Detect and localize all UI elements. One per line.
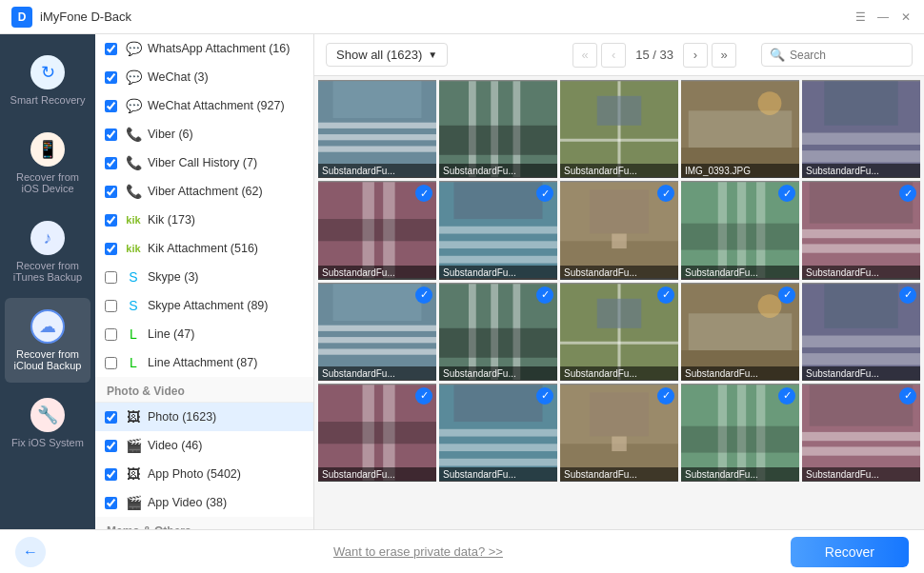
last-page-button[interactable]: » — [712, 43, 736, 68]
photo-thumb-20[interactable]: SubstandardFu...✓ — [802, 384, 920, 482]
photo-thumb-3[interactable]: SubstandardFu... — [560, 80, 678, 178]
file-list-panel: 💬 WhatsApp Attachment (16) 💬 WeChat (3) … — [95, 34, 314, 529]
checkbox-skype-attachment[interactable] — [105, 300, 117, 312]
search-input[interactable] — [790, 49, 904, 62]
first-page-button[interactable]: « — [572, 43, 597, 68]
skype-attach-icon: S — [125, 297, 142, 314]
sidebar-item-recover-itunes[interactable]: ♪ Recover from iTunes Backup — [5, 209, 90, 294]
fix-ios-icon: 🔧 — [30, 398, 65, 432]
check-badge-11: ✓ — [415, 286, 432, 304]
sidebar-item-label-ios: Recover from iOS Device — [10, 171, 86, 194]
svg-rect-86 — [802, 446, 920, 455]
list-item-photo[interactable]: 🖼 Photo (1623) — [95, 403, 313, 431]
photo-thumb-7[interactable]: SubstandardFu...✓ — [439, 181, 557, 279]
photo-thumb-1[interactable]: SubstandardFu... — [318, 80, 436, 178]
recover-button[interactable]: Recover — [791, 537, 909, 567]
line-attach-icon: L — [125, 354, 142, 371]
list-item-line[interactable]: L Line (47) — [95, 320, 313, 348]
photo-thumb-16[interactable]: SubstandardFu...✓ — [318, 384, 436, 482]
svg-rect-30 — [454, 183, 543, 220]
list-item-wechat-attachment[interactable]: 💬 WeChat Attachment (927) — [95, 91, 313, 120]
photo-thumb-12[interactable]: SubstandardFu...✓ — [439, 283, 557, 381]
list-item-skype[interactable]: S Skype (3) — [95, 263, 313, 291]
svg-rect-83 — [681, 426, 799, 453]
checkbox-line[interactable] — [105, 328, 117, 341]
section-header-memo-others: Memo & Others — [95, 517, 313, 529]
photo-thumb-2[interactable]: SubstandardFu... — [439, 80, 557, 178]
svg-rect-43 — [810, 183, 914, 224]
checkbox-video[interactable] — [105, 440, 117, 452]
list-item-viber-call[interactable]: 📞 Viber Call History (7) — [95, 148, 313, 177]
svg-point-17 — [758, 91, 782, 115]
photo-thumb-6[interactable]: SubstandardFu...✓ — [318, 181, 436, 279]
recover-itunes-icon: ♪ — [30, 221, 65, 255]
sidebar-item-recover-ios[interactable]: 📱 Recover from iOS Device — [5, 121, 90, 206]
photo-thumb-18[interactable]: SubstandardFu...✓ — [560, 384, 678, 482]
photo-thumb-17[interactable]: SubstandardFu...✓ — [439, 384, 557, 482]
line-icon: L — [125, 326, 142, 343]
show-all-label: Show all (1623) — [336, 48, 422, 62]
photo-thumb-13[interactable]: SubstandardFu...✓ — [560, 283, 678, 381]
photo-thumb-5[interactable]: SubstandardFu... — [802, 80, 920, 178]
show-all-dropdown[interactable]: Show all (1623) ▼ — [326, 43, 448, 67]
checkbox-viber-call[interactable] — [105, 157, 117, 169]
checkbox-line-attachment[interactable] — [105, 357, 117, 369]
pagination-controls: « ‹ 15 / 33 › » — [572, 43, 736, 68]
sidebar-item-label-icloud: Recover from iCloud Backup — [10, 348, 86, 371]
list-item-viber-attachment[interactable]: 📞 Viber Attachment (62) — [95, 177, 313, 206]
next-page-button[interactable]: › — [683, 43, 708, 68]
menu-button[interactable]: ☰ — [854, 10, 867, 24]
bottom-bar: ← Want to erase private data? >> Recover — [0, 529, 924, 573]
sidebar-item-fix-ios[interactable]: 🔧 Fix iOS System — [5, 386, 90, 460]
checkbox-wechat[interactable] — [105, 71, 117, 84]
photo-thumb-4[interactable]: IMG_0393.JPG — [681, 80, 799, 178]
sidebar-item-recover-icloud[interactable]: ☁ Recover from iCloud Backup — [5, 298, 90, 383]
sidebar-item-smart-recovery[interactable]: ↻ Smart Recovery — [5, 44, 90, 117]
svg-rect-87 — [810, 385, 914, 425]
photo-thumb-14[interactable]: SubstandardFu...✓ — [681, 283, 799, 381]
svg-rect-28 — [439, 242, 557, 249]
back-button[interactable]: ← — [15, 537, 46, 567]
checkbox-viber-attachment[interactable] — [105, 186, 117, 198]
search-icon: 🔍 — [770, 48, 785, 62]
photo-thumb-15[interactable]: SubstandardFu...✓ — [802, 283, 920, 381]
photo-thumb-8[interactable]: SubstandardFu...✓ — [560, 181, 678, 279]
checkbox-photo[interactable] — [105, 411, 117, 424]
photo-label-20: SubstandardFu... — [802, 467, 920, 482]
prev-page-button[interactable]: ‹ — [601, 43, 626, 68]
list-item-whatsapp-attachment[interactable]: 💬 WhatsApp Attachment (16) — [95, 34, 313, 63]
skype-icon: S — [125, 268, 142, 286]
recover-icloud-icon: ☁ — [30, 309, 65, 344]
list-item-kik-attachment[interactable]: kik Kik Attachment (516) — [95, 234, 313, 263]
checkbox-kik-attachment[interactable] — [105, 243, 117, 255]
checkbox-app-video[interactable] — [105, 497, 117, 509]
chevron-down-icon: ▼ — [428, 49, 437, 60]
list-item-video[interactable]: 🎬 Video (46) — [95, 431, 313, 460]
photo-thumb-9[interactable]: SubstandardFu...✓ — [681, 181, 799, 279]
checkbox-wechat-attachment[interactable] — [105, 100, 117, 112]
photo-thumb-10[interactable]: SubstandardFu...✓ — [802, 181, 920, 279]
svg-rect-47 — [318, 348, 436, 354]
minimize-button[interactable]: — — [876, 10, 890, 24]
list-item-line-attachment[interactable]: L Line Attachment (87) — [95, 348, 313, 377]
checkbox-app-photo[interactable] — [105, 468, 117, 481]
list-item-skype-attachment[interactable]: S Skype Attachment (89) — [95, 291, 313, 320]
erase-private-link[interactable]: Want to erase private data? >> — [46, 544, 791, 559]
close-button[interactable]: ✕ — [899, 10, 913, 24]
window-controls: ☰ — ✕ — [854, 10, 913, 24]
check-badge-18: ✓ — [657, 387, 674, 405]
search-box: 🔍 — [761, 43, 913, 67]
checkbox-skype[interactable] — [105, 271, 117, 284]
checkbox-viber[interactable] — [105, 128, 117, 141]
checkbox-kik[interactable] — [105, 214, 117, 227]
photo-thumb-11[interactable]: SubstandardFu...✓ — [318, 283, 436, 381]
photo-thumb-19[interactable]: SubstandardFu...✓ — [681, 384, 799, 482]
list-item-wechat[interactable]: 💬 WeChat (3) — [95, 63, 313, 91]
svg-rect-39 — [681, 224, 799, 250]
list-item-kik[interactable]: kik Kik (173) — [95, 206, 313, 234]
list-item-app-photo[interactable]: 🖼 App Photo (5402) — [95, 460, 313, 488]
list-item-viber[interactable]: 📞 Viber (6) — [95, 120, 313, 148]
list-item-app-video[interactable]: 🎬 App Video (38) — [95, 488, 313, 517]
checkbox-whatsapp-attachment[interactable] — [105, 43, 117, 55]
photo-label-12: SubstandardFu... — [439, 366, 557, 381]
